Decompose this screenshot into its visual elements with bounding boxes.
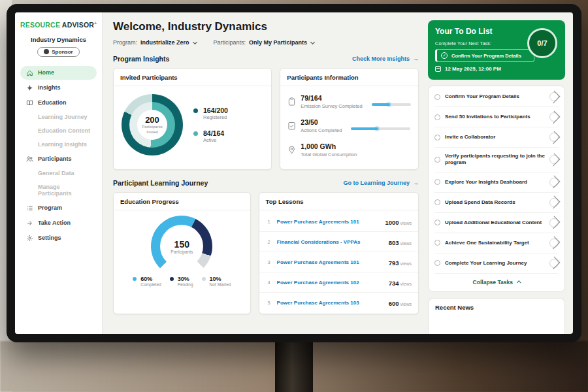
sidebar-item-participants[interactable]: Participants xyxy=(20,152,97,166)
collapse-tasks-button[interactable]: Collapse Tasks xyxy=(434,274,559,289)
task-checkbox[interactable] xyxy=(434,260,440,266)
progress-fill xyxy=(372,103,391,106)
stat-text: 23/50Actions Completed xyxy=(301,118,342,133)
task-chevron-button[interactable] xyxy=(549,155,559,164)
card-title-pinfo: Participants Information xyxy=(280,69,418,86)
filter-value: Only My Participants xyxy=(249,39,307,46)
lesson-rank: 3 xyxy=(266,259,272,265)
lesson-views: 1000 views xyxy=(385,216,412,227)
task-checkbox[interactable] xyxy=(434,114,440,120)
stat-label: Actions Completed xyxy=(301,127,342,133)
task-checkbox[interactable] xyxy=(434,220,440,225)
task-row[interactable]: Upload Spend Data Records xyxy=(434,193,559,213)
task-checkbox[interactable] xyxy=(434,179,440,185)
task-checkbox[interactable] xyxy=(434,240,440,246)
sidebar-item-insights[interactable]: Insights xyxy=(20,81,97,95)
lesson-views: 803 views xyxy=(389,236,412,248)
go-to-learning-journey-link[interactable]: Go to Learning Journey → xyxy=(343,180,419,186)
lesson-views: 734 views xyxy=(389,276,412,288)
legend-item: 84/164Active xyxy=(193,129,228,143)
task-chevron-button[interactable] xyxy=(549,112,559,122)
legend-dot xyxy=(133,277,137,281)
lesson-views-label: views xyxy=(399,241,412,246)
chevron-up-icon xyxy=(517,281,521,285)
legend-label: Active xyxy=(203,137,228,143)
sidebar-item-settings[interactable]: Settings xyxy=(20,231,97,245)
task-row[interactable]: Upload Additional Educational Content xyxy=(434,213,559,233)
sidebar-item-learning-insights[interactable]: Learning Insights xyxy=(20,139,97,151)
lesson-link[interactable]: Power Purchase Agreements 101 xyxy=(277,259,384,265)
chevron-right-icon xyxy=(547,176,561,189)
lesson-views-label: views xyxy=(399,282,412,286)
legend-label: Registered xyxy=(203,114,228,120)
participants-stats: 79/164Emission Survey Completed23/50Acti… xyxy=(280,86,418,165)
task-checkbox[interactable] xyxy=(434,157,440,163)
sidebar-item-manage-participants[interactable]: Manage Participants xyxy=(20,181,97,200)
sidebar-item-program[interactable]: Program xyxy=(20,201,97,215)
main-content: Welcome, Industry Dynamics Program:Indus… xyxy=(103,12,427,334)
task-checkbox[interactable] xyxy=(434,94,440,100)
task-chevron-button[interactable] xyxy=(549,259,559,268)
lesson-link[interactable]: Financial Considerations - VPPAs xyxy=(277,239,384,245)
arrow-right-icon: → xyxy=(413,180,419,186)
filter-participants-dropdown[interactable]: Participants:Only My Participants xyxy=(214,39,315,46)
filter-label: Program: xyxy=(113,39,137,46)
check-more-insights-link[interactable]: Check More Insights → xyxy=(352,56,419,62)
lesson-link[interactable]: Power Purchase Agreements 103 xyxy=(277,300,384,306)
task-row[interactable]: Complete Your Learning Journey xyxy=(434,253,559,274)
donut-center-value: 200 xyxy=(145,115,159,125)
survey-icon xyxy=(288,97,295,106)
sidebar-item-label: Insights xyxy=(38,84,61,91)
todo-due-date: 12 May 2025, 12:00 PM xyxy=(435,66,558,72)
sidebar-item-home[interactable]: Home xyxy=(20,66,97,80)
sponsor-icon xyxy=(44,49,49,54)
stat-label: Emission Survey Completed xyxy=(301,103,362,109)
lesson-views-count: 600 xyxy=(389,300,399,307)
gauge-legend: 60%Completed30%Pending10%Not Started xyxy=(133,276,231,287)
gauge-legend-item: 60%Completed xyxy=(133,276,161,287)
sidebar-item-learning-journey[interactable]: Learning Journey xyxy=(20,111,97,123)
task-row[interactable]: Explore Your Insights Dashboard xyxy=(434,172,559,193)
sidebar-item-education-content[interactable]: Education Content xyxy=(20,125,97,137)
task-checkbox[interactable] xyxy=(434,199,440,205)
task-row[interactable]: Confirm Your Program Details xyxy=(434,87,559,107)
task-chevron-button[interactable] xyxy=(549,178,559,187)
task-checkbox[interactable] xyxy=(434,135,440,140)
task-row[interactable]: Invite a Collaborator xyxy=(434,127,559,148)
monitor-bezel: RESOURCE ADVISOR+ Industry Dynamics Spon… xyxy=(7,4,581,342)
sidebar-item-general-data[interactable]: General Data xyxy=(20,167,97,180)
stat-row-actions: 23/50Actions Completed xyxy=(288,118,410,133)
sidebar: RESOURCE ADVISOR+ Industry Dynamics Spon… xyxy=(15,12,103,334)
task-label: Upload Spend Data Records xyxy=(445,199,545,206)
progress-bar xyxy=(351,127,410,130)
todo-panel: Your To Do List 0/7 Complete Your Next T… xyxy=(427,12,573,334)
task-label: Achieve One Sustainability Target xyxy=(445,240,545,246)
home-icon xyxy=(26,69,33,76)
task-row[interactable]: Verify participants requesting to join t… xyxy=(434,148,559,172)
chevron-right-icon xyxy=(547,216,561,229)
take-action-icon xyxy=(26,220,33,227)
task-chevron-button[interactable] xyxy=(549,238,559,248)
filter-program-dropdown[interactable]: Program:Industrialize Zero xyxy=(113,39,197,46)
task-chevron-button[interactable] xyxy=(549,133,559,142)
todo-subtitle: Complete Your Next Task: xyxy=(435,41,558,46)
todo-next-task[interactable]: ✓ Confirm Your Program Details xyxy=(435,49,534,62)
lesson-link[interactable]: Power Purchase Agreements 101 xyxy=(277,219,381,225)
todo-task-list: Confirm Your Program DetailsSend 50 Invi… xyxy=(428,86,565,292)
sidebar-item-take-action[interactable]: Take Action xyxy=(20,216,97,230)
task-label: Invite a Collaborator xyxy=(445,134,545,140)
energy-icon xyxy=(288,146,295,154)
learning-cards-row: Education Progress 150 Participants 60%C… xyxy=(113,192,419,314)
dashboard-app: RESOURCE ADVISOR+ Industry Dynamics Spon… xyxy=(15,12,573,334)
lesson-rank: 1 xyxy=(266,219,272,225)
stat-row-survey: 79/164Emission Survey Completed xyxy=(288,94,410,109)
sidebar-item-education[interactable]: Education xyxy=(20,96,97,110)
task-row[interactable]: Send 50 Invitations to Participants xyxy=(434,107,559,127)
legend-value: 84/164 xyxy=(203,129,228,137)
lesson-link[interactable]: Power Purchase Agreements 102 xyxy=(277,280,384,286)
task-row[interactable]: Achieve One Sustainability Target xyxy=(434,233,559,253)
task-chevron-button[interactable] xyxy=(549,218,559,227)
task-chevron-button[interactable] xyxy=(549,198,559,207)
task-chevron-button[interactable] xyxy=(549,92,559,101)
desk-background: RESOURCE ADVISOR+ Industry Dynamics Spon… xyxy=(0,0,588,392)
